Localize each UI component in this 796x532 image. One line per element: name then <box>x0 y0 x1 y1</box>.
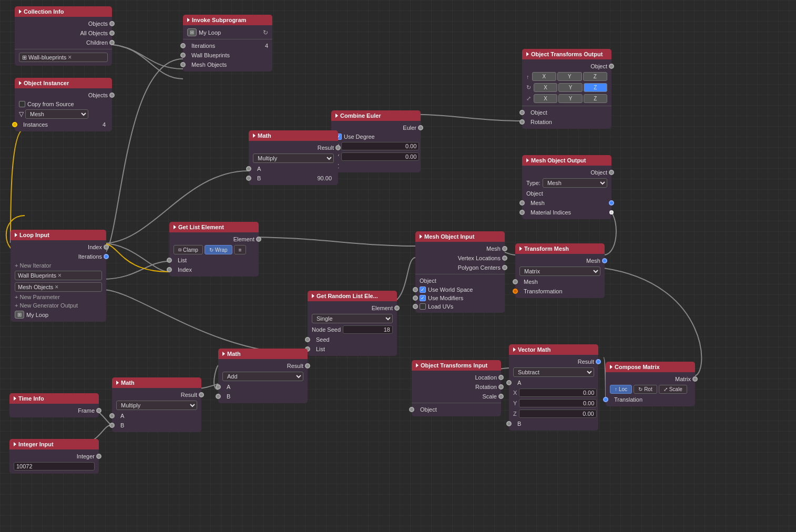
li-tag1[interactable]: Wall Blueprints × <box>15 271 102 280</box>
oti-location-label: Location <box>475 374 497 381</box>
oti-location-socket <box>498 375 504 380</box>
collapse-icon10[interactable] <box>420 234 422 239</box>
wall-blueprints-tag[interactable]: ⊞ Wall-blueprints × <box>19 53 108 62</box>
collapse-icon17[interactable] <box>416 363 419 367</box>
cm-header: Compose Matrix <box>606 362 695 372</box>
li-tag2[interactable]: Mesh Objects × <box>15 282 102 292</box>
cm-scale-btn[interactable]: ⤢ Scale <box>659 385 687 394</box>
collapse-icon18[interactable] <box>513 347 516 352</box>
grl-mode-select[interactable]: Single <box>312 314 393 323</box>
mesh-select[interactable]: Mesh <box>25 109 88 119</box>
gle-wrap-btn[interactable]: ↻ Wrap <box>205 245 232 254</box>
moi-ws-checkbox[interactable]: ✓ <box>420 287 426 293</box>
loop-input-node: Loop Input Index Iterations + New Iterat… <box>11 230 106 322</box>
gle-list-icon-btn[interactable]: ≡ <box>234 245 247 254</box>
collapse-icon5[interactable] <box>335 114 338 118</box>
math1-operation-select[interactable]: Multiply <box>253 154 334 163</box>
gle-list-row: List <box>169 255 259 265</box>
z-btn3[interactable]: Z <box>584 94 607 103</box>
ma-header: Math <box>218 349 308 359</box>
collapse-icon7[interactable] <box>526 158 529 162</box>
mm2-b-row: B <box>112 421 201 430</box>
mesh-object-output-node: Mesh Object Output Object Type: Mesh Obj… <box>522 155 611 219</box>
moi-mod-checkbox[interactable]: ✓ <box>420 295 426 301</box>
vm-x-input[interactable] <box>519 388 597 397</box>
wall-bp-label: Wall Blueprints <box>187 52 230 58</box>
y-btn2[interactable]: Y <box>558 83 582 92</box>
gle-clamp-btn[interactable]: ⧈ Clamp <box>174 245 203 254</box>
collapse-icon14[interactable] <box>116 381 119 385</box>
ce-x-input[interactable] <box>341 142 419 150</box>
x-btn1[interactable]: X <box>532 72 557 81</box>
li-new-parameter-row[interactable]: + New Parameter <box>11 293 106 301</box>
oto-object-label: Object <box>590 63 607 69</box>
mm2-result-label: Result <box>181 392 197 398</box>
moi-modifiers-row: ✓ Use Modifiers <box>415 294 505 302</box>
ma-op-select[interactable]: Add <box>222 372 303 381</box>
copy-source-checkbox[interactable] <box>19 101 25 107</box>
li-iterations-label: Iterations <box>78 253 102 260</box>
collapse-icon9[interactable] <box>174 225 176 229</box>
grl-seed-input[interactable] <box>343 325 393 334</box>
tag-close-icon[interactable]: × <box>68 54 72 61</box>
tm-transformation-row: Transformation <box>515 287 605 296</box>
collapse-icon12[interactable] <box>312 294 314 298</box>
vm-body: Result Subtract A X Y Z B <box>509 355 598 431</box>
vm-z-input[interactable] <box>519 410 597 418</box>
collapse-icon[interactable] <box>19 9 22 14</box>
li-new-generator-label: New Generator Output <box>19 302 78 309</box>
collapse-icon16[interactable] <box>14 442 16 446</box>
li-new-iterator-row[interactable]: + New Iterator <box>11 261 106 270</box>
cm-loc-label: Loc <box>619 386 627 392</box>
iterations-label: Iterations <box>187 43 215 49</box>
cm-loc-icon: ↑ <box>615 386 617 392</box>
gle-clamp-icon: ⧈ <box>178 247 181 253</box>
moi-uvs-checkbox[interactable] <box>420 303 426 310</box>
collapse-icon15[interactable] <box>14 396 16 401</box>
x-btn2[interactable]: X <box>534 83 557 92</box>
ma-title: Math <box>227 351 241 357</box>
integer-input-node: Integer Input Integer <box>9 439 99 474</box>
collection-info-header: Collection Info <box>15 6 112 17</box>
vm-y-input[interactable] <box>519 399 597 407</box>
z-btn1[interactable]: Z <box>583 72 608 81</box>
mesh-obj-left-socket <box>180 62 186 67</box>
cm-rot-btn[interactable]: ↻ Rot <box>634 385 657 394</box>
tm-mesh-in-socket <box>513 279 518 284</box>
collapse-icon4[interactable] <box>526 52 529 56</box>
oti-body: Location Rotation Scale Object <box>412 371 501 416</box>
combine-euler-node: Combine Euler Euler ✓ Use Degree X Y Z <box>331 110 421 172</box>
mm2-op-select[interactable]: Multiply <box>116 401 197 410</box>
li-tag1-close[interactable]: × <box>58 272 62 279</box>
z-btn2[interactable]: Z <box>584 83 607 92</box>
collapse-icon2[interactable] <box>19 81 22 85</box>
ce-y-input[interactable] <box>341 152 419 161</box>
collapse-icon13[interactable] <box>222 352 225 356</box>
x-btn3[interactable]: X <box>534 94 557 103</box>
collapse-icon3[interactable] <box>187 18 190 22</box>
y-btn1[interactable]: Y <box>557 72 582 81</box>
ii-value-input[interactable] <box>14 462 95 470</box>
vm-op-select[interactable]: Subtract <box>513 367 594 377</box>
collapse-icon19[interactable] <box>610 365 613 369</box>
li-tag2-close[interactable]: × <box>55 283 58 291</box>
tm-matrix-select[interactable]: Matrix <box>519 267 600 276</box>
collapse-icon8[interactable] <box>15 233 17 237</box>
ma-a-row: A <box>218 382 308 392</box>
collapse-icon6[interactable] <box>253 134 256 138</box>
math1-b-label: B <box>253 175 261 181</box>
gle-element-socket <box>256 237 261 242</box>
collection-info-node: Collection Info Objects All Objects Chil… <box>15 6 112 66</box>
tm-mesh-out-row: Mesh <box>515 256 605 265</box>
moo-type-select[interactable]: Mesh <box>543 178 607 188</box>
moi-polygon-row: Polygon Centers <box>415 263 505 272</box>
li-title: Loop Input <box>19 232 49 238</box>
oti-rotation-socket <box>498 384 504 390</box>
li-new-generator-row[interactable]: + New Generator Output <box>11 301 106 310</box>
collapse-icon11[interactable] <box>519 247 522 251</box>
li-iterations-row: Iterations <box>11 252 106 261</box>
cm-loc-btn[interactable]: ↑ Loc <box>610 385 632 394</box>
ce-euler-label: Euler <box>403 125 416 131</box>
y-btn3[interactable]: Y <box>558 94 582 103</box>
math1-b-value: 90.00 <box>261 175 334 181</box>
